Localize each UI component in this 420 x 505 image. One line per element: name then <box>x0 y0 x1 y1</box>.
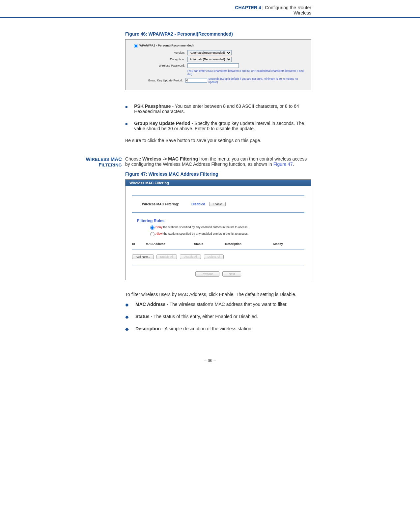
allow-text: Allow the stations specified by any enab… <box>155 232 248 235</box>
bullet-psk-passphrase: ■ PSK Passphrase - You can enter between… <box>125 104 311 114</box>
mac-button-row: Add New... Enable All Disable All Delete… <box>132 254 304 259</box>
th-modify: Modify <box>273 241 304 247</box>
deny-text: Deny the stations specified by any enabl… <box>155 225 248 229</box>
diamond-bullet-icon: ◆ <box>125 326 129 332</box>
divider <box>132 195 304 196</box>
chapter-label: CHAPTER 4 <box>235 5 261 10</box>
th-description: Description <box>225 241 273 247</box>
divider <box>132 250 304 250</box>
wpa-option-label: WPA/WPA2 - Personal(Recommended) <box>139 44 194 47</box>
bullet-text: Group Key Update Period - Specify the gr… <box>134 121 311 131</box>
th-id: ID <box>132 241 146 247</box>
figure-47-link[interactable]: Figure 47 <box>273 162 293 167</box>
header-title-2: Wireless <box>294 10 311 15</box>
section-sidebar: WIRELESS MACFILTERING <box>59 156 125 338</box>
bullet-description: ◆ Description - A simple description of … <box>125 326 311 332</box>
bullet-text: PSK Passphrase - You can enter between 8… <box>134 104 311 114</box>
gkup-label: Group Key Update Period: <box>132 79 185 82</box>
figure-46-caption: Figure 46: WPA/WPA2 - Personal(Recommend… <box>125 31 311 37</box>
page-header: CHAPTER 4 | Configuring the Router Wirel… <box>0 0 420 17</box>
mac-filter-label: Wireless MAC Filtering: <box>142 202 191 206</box>
sidebar-heading: WIRELESS MACFILTERING <box>86 156 122 167</box>
mac-titlebar: Wireless MAC Filtering <box>126 180 311 186</box>
wpa-note: (You can enter ASCII characters between … <box>187 69 304 76</box>
diamond-bullet-icon: ◆ <box>125 302 129 307</box>
section-mac-filtering: WIRELESS MACFILTERING Choose Wireless ->… <box>59 156 311 338</box>
figure-47-box: Wireless MAC Filtering Wireless MAC Filt… <box>125 179 311 280</box>
mac-intro-paragraph: Choose Wireless -> MAC Filtering from th… <box>125 156 311 167</box>
gkup-row: Group Key Update Period: Seconds (Keep i… <box>132 77 304 84</box>
gkup-suffix: Seconds (Keep it default if you are not … <box>209 77 304 84</box>
bullet-text: Description - A simple description of th… <box>135 326 253 332</box>
filtering-rules-heading: Filtering Rules <box>137 219 304 223</box>
divider <box>132 265 304 265</box>
pager-row: Previous Next <box>132 271 304 277</box>
encryption-label: Encryption: <box>132 58 187 61</box>
wireless-pw-label: Wireless Password: <box>132 64 187 67</box>
diamond-bullet-icon: ◆ <box>125 314 129 319</box>
encryption-row: Encryption: Automatic(Recommended) <box>132 57 304 62</box>
group-key-update-input[interactable] <box>185 78 207 83</box>
mac-inner: Wireless MAC Filtering: Disabled Enable … <box>126 186 311 280</box>
header-title-1: Configuring the Router <box>265 5 311 10</box>
th-status: Status <box>194 241 225 247</box>
page-number: – 66 – <box>0 358 420 363</box>
deny-radio[interactable] <box>150 225 154 230</box>
add-new-button[interactable]: Add New... <box>132 254 154 259</box>
version-row: Version: Automatic(Recommended) <box>132 50 304 55</box>
divider <box>132 212 304 213</box>
bullet-mac-address: ◆ MAC Address - The wireless station's M… <box>125 302 311 307</box>
previous-button[interactable]: Previous <box>195 271 219 277</box>
wireless-pw-row: Wireless Password: <box>132 63 304 68</box>
wpa-option-radio[interactable] <box>134 44 138 48</box>
mac-table: ID MAC Address Status Description Modify <box>132 241 304 247</box>
enable-button[interactable]: Enable <box>209 202 226 206</box>
square-bullet-icon: ■ <box>125 104 127 114</box>
figure-47-caption: Figure 47: Wireless MAC Address Filterin… <box>125 171 311 177</box>
content-area: Figure 46: WPA/WPA2 - Personal(Recommend… <box>59 31 311 338</box>
bullets-psk-group: ■ PSK Passphrase - You can enter between… <box>125 104 311 131</box>
deny-rule-row: Deny the stations specified by any enabl… <box>149 224 304 230</box>
allow-rule-row: Allow the stations specified by any enab… <box>149 231 304 236</box>
mac-filter-status: Disabled <box>191 202 205 206</box>
section-body: Choose Wireless -> MAC Filtering from th… <box>125 156 311 338</box>
paragraph-filter-intro: To filter wireless users by MAC Address,… <box>125 292 311 297</box>
delete-all-button[interactable]: Delete All <box>204 254 224 259</box>
bullet-status: ◆ Status - The status of this entry, eit… <box>125 314 311 319</box>
square-bullet-icon: ■ <box>125 122 127 131</box>
figure-46-box: WPA/WPA2 - Personal(Recommended) Version… <box>125 39 311 90</box>
wpa-radio-row: WPA/WPA2 - Personal(Recommended) <box>132 43 304 48</box>
th-mac: MAC Address <box>146 241 194 247</box>
bullet-text: MAC Address - The wireless station's MAC… <box>135 302 288 307</box>
allow-radio[interactable] <box>150 232 154 236</box>
bullet-text: Status - The status of this entry, eithe… <box>135 314 258 319</box>
bullet-group-key: ■ Group Key Update Period - Specify the … <box>125 121 311 131</box>
version-select[interactable]: Automatic(Recommended) <box>187 50 232 55</box>
paragraph-save: Be sure to click the Save button to save… <box>125 138 311 143</box>
mac-filter-row: Wireless MAC Filtering: Disabled Enable <box>142 202 304 206</box>
wireless-password-input[interactable] <box>187 63 239 68</box>
version-label: Version: <box>132 51 187 54</box>
header-rule <box>0 17 420 18</box>
encryption-select[interactable]: Automatic(Recommended) <box>187 57 232 62</box>
next-button[interactable]: Next <box>222 271 241 277</box>
enable-all-button[interactable]: Enable All <box>156 254 177 259</box>
header-divider: | <box>261 5 265 10</box>
disable-all-button[interactable]: Disable All <box>180 254 201 259</box>
